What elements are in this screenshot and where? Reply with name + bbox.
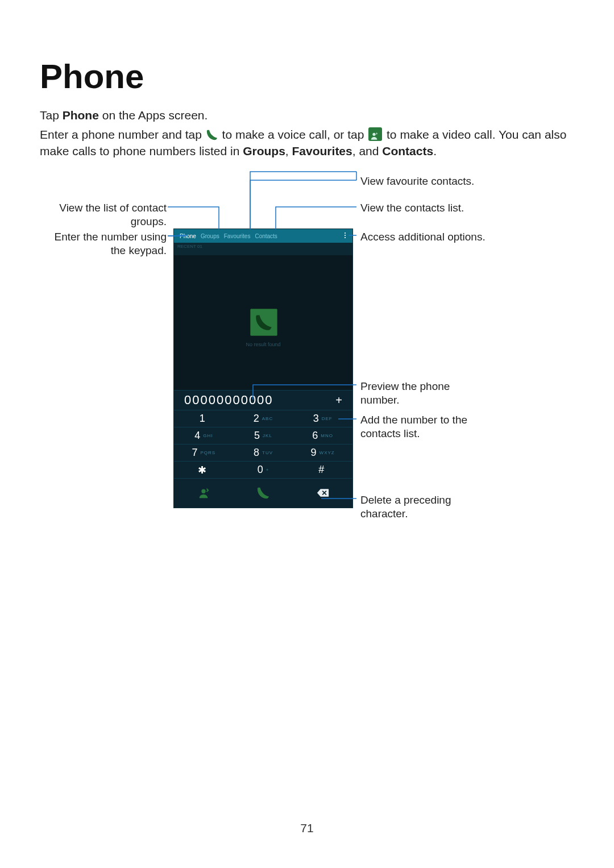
page-title: Phone <box>40 57 574 96</box>
tab-contacts[interactable]: Contacts <box>252 233 279 239</box>
contacts-bold: Contacts <box>382 144 433 157</box>
callout-contacts: View the contacts list. <box>360 201 464 215</box>
more-options-icon[interactable] <box>341 231 349 239</box>
text: on the Apps screen. <box>99 109 208 122</box>
intro-line-2: Enter a phone number and tap to make a v… <box>40 127 574 159</box>
callout-add-contact: Add the number to the contacts list. <box>360 413 467 441</box>
video-call-button[interactable] <box>174 478 234 506</box>
key-7[interactable]: 7PQRS <box>174 444 234 461</box>
text: Enter a phone number and tap <box>40 128 205 141</box>
phone-bold: Phone <box>63 109 99 122</box>
intro-line-1: Tap Phone on the Apps screen. <box>40 107 574 123</box>
key-5[interactable]: 5JKL <box>234 427 293 444</box>
voice-call-button[interactable] <box>234 478 293 506</box>
dial-section: 00000000000 + 1 2ABC 3DEF 4GHI 5JKL 6MNO… <box>174 390 352 508</box>
svg-point-0 <box>373 133 376 136</box>
key-8[interactable]: 8TUV <box>234 444 293 461</box>
add-contact-button[interactable]: + <box>331 394 347 407</box>
callout-delete: Delete a preceding character. <box>360 493 451 521</box>
key-9[interactable]: 9WXYZ <box>293 444 352 461</box>
callout-preview: Preview the phone number. <box>360 380 450 407</box>
tab-groups[interactable]: Groups <box>198 233 222 239</box>
text: Tap <box>40 109 63 122</box>
text: , and <box>352 144 383 157</box>
tab-phone[interactable]: Phone <box>177 233 198 239</box>
phone-diagram: Phone Groups Favourites Contacts RECENT … <box>173 172 352 513</box>
page-number: 71 <box>0 821 614 835</box>
callout-keypad: Enter the number using the keypad. <box>40 230 167 258</box>
phone-mock: Phone Groups Favourites Contacts RECENT … <box>173 229 353 508</box>
key-2[interactable]: 2ABC <box>234 410 293 427</box>
voice-call-icon <box>206 128 218 140</box>
text: to make a voice call, or tap <box>222 128 368 141</box>
key-6[interactable]: 6MNO <box>293 427 352 444</box>
tab-favourites[interactable]: Favourites <box>222 233 253 239</box>
no-result-text: No result found <box>174 342 352 347</box>
phone-app-icon <box>250 309 277 336</box>
key-4[interactable]: 4GHI <box>174 427 234 444</box>
callout-options: Access additional options. <box>360 230 486 244</box>
key-0[interactable]: 0+ <box>234 461 293 478</box>
text: , <box>285 144 292 157</box>
status-strip: RECENT 01 <box>174 243 352 255</box>
key-star[interactable]: ✱ <box>174 461 234 478</box>
svg-point-1 <box>202 489 206 493</box>
favourites-bold: Favourites <box>292 144 352 157</box>
tabs-row: Phone Groups Favourites Contacts <box>174 229 352 243</box>
video-call-icon <box>368 127 382 141</box>
callout-favourites: View favourite contacts. <box>360 175 474 188</box>
groups-bold: Groups <box>243 144 285 157</box>
callout-groups: View the list of contact groups. <box>40 201 167 229</box>
text: . <box>433 144 437 157</box>
key-3[interactable]: 3DEF <box>293 410 352 427</box>
key-1[interactable]: 1 <box>174 410 234 427</box>
key-hash[interactable]: # <box>293 461 352 478</box>
keypad: 1 2ABC 3DEF 4GHI 5JKL 6MNO 7PQRS 8TUV 9W… <box>174 410 352 478</box>
number-display: 00000000000 <box>184 393 331 408</box>
backspace-button[interactable] <box>293 478 352 506</box>
